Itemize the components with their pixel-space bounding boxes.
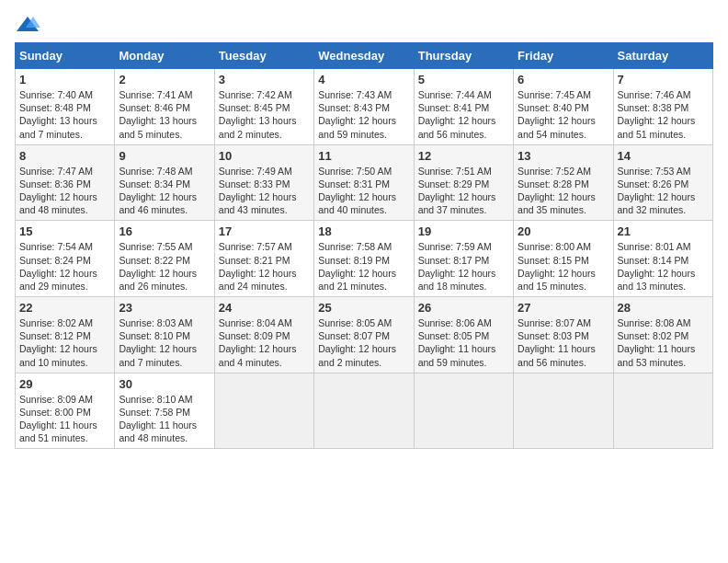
calendar-cell: 15 Sunrise: 7:54 AMSunset: 8:24 PMDaylig… <box>16 221 115 297</box>
cell-info: Sunrise: 7:44 AMSunset: 8:41 PMDaylight:… <box>418 89 496 140</box>
cell-info: Sunrise: 8:05 AMSunset: 8:07 PMDaylight:… <box>318 317 396 368</box>
cell-info: Sunrise: 8:09 AMSunset: 8:00 PMDaylight:… <box>19 394 97 444</box>
calendar-cell: 6 Sunrise: 7:45 AMSunset: 8:40 PMDayligh… <box>514 69 613 145</box>
calendar-week-5: 29 Sunrise: 8:09 AMSunset: 8:00 PMDaylig… <box>16 373 713 449</box>
day-number: 17 <box>219 224 310 238</box>
day-number: 5 <box>418 73 509 86</box>
calendar-cell: 16 Sunrise: 7:55 AMSunset: 8:22 PMDaylig… <box>115 221 214 297</box>
cell-info: Sunrise: 7:48 AMSunset: 8:34 PMDaylight:… <box>119 166 197 216</box>
cell-info: Sunrise: 7:49 AMSunset: 8:33 PMDaylight:… <box>219 166 297 216</box>
calendar-cell: 2 Sunrise: 7:41 AMSunset: 8:46 PMDayligh… <box>115 69 214 145</box>
cell-info: Sunrise: 7:57 AMSunset: 8:21 PMDaylight:… <box>219 241 297 292</box>
page-header <box>15 15 713 35</box>
day-number: 15 <box>19 224 110 238</box>
cell-info: Sunrise: 7:46 AMSunset: 8:38 PMDaylight:… <box>618 89 696 140</box>
calendar-cell: 27 Sunrise: 8:07 AMSunset: 8:03 PMDaylig… <box>514 297 613 373</box>
cell-info: Sunrise: 8:06 AMSunset: 8:05 PMDaylight:… <box>418 317 496 368</box>
calendar-cell: 24 Sunrise: 8:04 AMSunset: 8:09 PMDaylig… <box>214 297 313 373</box>
cell-info: Sunrise: 7:47 AMSunset: 8:36 PMDaylight:… <box>19 166 97 216</box>
calendar-cell: 30 Sunrise: 8:10 AMSunset: 7:58 PMDaylig… <box>115 373 214 449</box>
cell-info: Sunrise: 7:42 AMSunset: 8:45 PMDaylight:… <box>219 89 297 140</box>
calendar-cell: 22 Sunrise: 8:02 AMSunset: 8:12 PMDaylig… <box>16 297 115 373</box>
calendar-cell <box>514 373 613 449</box>
day-number: 27 <box>518 301 609 315</box>
calendar-cell <box>314 373 414 449</box>
cell-info: Sunrise: 7:52 AMSunset: 8:28 PMDaylight:… <box>518 166 596 216</box>
day-number: 3 <box>219 73 310 86</box>
cell-info: Sunrise: 8:01 AMSunset: 8:14 PMDaylight:… <box>618 241 696 292</box>
day-number: 14 <box>618 149 709 163</box>
calendar-cell: 17 Sunrise: 7:57 AMSunset: 8:21 PMDaylig… <box>214 221 313 297</box>
col-header-saturday: Saturday <box>613 43 712 69</box>
cell-info: Sunrise: 8:02 AMSunset: 8:12 PMDaylight:… <box>19 317 97 368</box>
col-header-thursday: Thursday <box>414 43 513 69</box>
cell-info: Sunrise: 8:10 AMSunset: 7:58 PMDaylight:… <box>119 394 197 444</box>
cell-info: Sunrise: 7:43 AMSunset: 8:43 PMDaylight:… <box>318 89 396 140</box>
calendar-cell: 3 Sunrise: 7:42 AMSunset: 8:45 PMDayligh… <box>214 69 313 145</box>
calendar-cell: 10 Sunrise: 7:49 AMSunset: 8:33 PMDaylig… <box>214 144 313 221</box>
logo-icon <box>15 15 40 35</box>
cell-info: Sunrise: 7:53 AMSunset: 8:26 PMDaylight:… <box>618 166 696 216</box>
calendar-cell: 26 Sunrise: 8:06 AMSunset: 8:05 PMDaylig… <box>414 297 513 373</box>
calendar-week-3: 15 Sunrise: 7:54 AMSunset: 8:24 PMDaylig… <box>16 221 713 297</box>
day-number: 9 <box>119 149 210 163</box>
cell-info: Sunrise: 7:58 AMSunset: 8:19 PMDaylight:… <box>318 241 396 292</box>
calendar-week-1: 1 Sunrise: 7:40 AMSunset: 8:48 PMDayligh… <box>16 69 713 145</box>
col-header-monday: Monday <box>115 43 214 69</box>
day-number: 21 <box>618 224 709 238</box>
day-number: 12 <box>418 149 509 163</box>
calendar-cell: 14 Sunrise: 7:53 AMSunset: 8:26 PMDaylig… <box>613 144 712 221</box>
calendar-cell: 8 Sunrise: 7:47 AMSunset: 8:36 PMDayligh… <box>16 144 115 221</box>
col-header-friday: Friday <box>514 43 613 69</box>
day-number: 4 <box>318 73 409 86</box>
day-number: 29 <box>19 377 110 391</box>
calendar-cell: 11 Sunrise: 7:50 AMSunset: 8:31 PMDaylig… <box>314 144 414 221</box>
calendar-cell <box>214 373 313 449</box>
day-number: 11 <box>318 149 409 163</box>
cell-info: Sunrise: 8:08 AMSunset: 8:02 PMDaylight:… <box>618 317 696 368</box>
day-number: 18 <box>318 224 409 238</box>
cell-info: Sunrise: 8:04 AMSunset: 8:09 PMDaylight:… <box>219 317 297 368</box>
col-header-sunday: Sunday <box>16 43 115 69</box>
cell-info: Sunrise: 8:00 AMSunset: 8:15 PMDaylight:… <box>518 241 596 292</box>
calendar-cell: 18 Sunrise: 7:58 AMSunset: 8:19 PMDaylig… <box>314 221 414 297</box>
day-number: 7 <box>618 73 709 86</box>
day-number: 10 <box>219 149 310 163</box>
calendar-cell: 13 Sunrise: 7:52 AMSunset: 8:28 PMDaylig… <box>514 144 613 221</box>
day-number: 1 <box>19 73 110 86</box>
day-number: 8 <box>19 149 110 163</box>
cell-info: Sunrise: 7:55 AMSunset: 8:22 PMDaylight:… <box>119 241 197 292</box>
calendar-cell: 1 Sunrise: 7:40 AMSunset: 8:48 PMDayligh… <box>16 69 115 145</box>
cell-info: Sunrise: 7:50 AMSunset: 8:31 PMDaylight:… <box>318 166 396 216</box>
day-number: 28 <box>618 301 709 315</box>
day-number: 30 <box>119 377 210 391</box>
calendar-cell: 7 Sunrise: 7:46 AMSunset: 8:38 PMDayligh… <box>613 69 712 145</box>
calendar-cell: 28 Sunrise: 8:08 AMSunset: 8:02 PMDaylig… <box>613 297 712 373</box>
day-number: 20 <box>518 224 609 238</box>
calendar-week-2: 8 Sunrise: 7:47 AMSunset: 8:36 PMDayligh… <box>16 144 713 221</box>
day-number: 6 <box>518 73 609 86</box>
calendar-cell: 20 Sunrise: 8:00 AMSunset: 8:15 PMDaylig… <box>514 221 613 297</box>
cell-info: Sunrise: 7:45 AMSunset: 8:40 PMDaylight:… <box>518 89 596 140</box>
cell-info: Sunrise: 7:40 AMSunset: 8:48 PMDaylight:… <box>19 89 97 140</box>
logo <box>15 15 44 35</box>
calendar-cell: 29 Sunrise: 8:09 AMSunset: 8:00 PMDaylig… <box>16 373 115 449</box>
calendar-cell: 23 Sunrise: 8:03 AMSunset: 8:10 PMDaylig… <box>115 297 214 373</box>
col-header-tuesday: Tuesday <box>214 43 313 69</box>
day-number: 23 <box>119 301 210 315</box>
cell-info: Sunrise: 7:54 AMSunset: 8:24 PMDaylight:… <box>19 241 97 292</box>
day-number: 24 <box>219 301 310 315</box>
calendar-table: SundayMondayTuesdayWednesdayThursdayFrid… <box>15 42 713 449</box>
cell-info: Sunrise: 7:51 AMSunset: 8:29 PMDaylight:… <box>418 166 496 216</box>
calendar-cell <box>414 373 513 449</box>
day-number: 2 <box>119 73 210 86</box>
calendar-cell: 25 Sunrise: 8:05 AMSunset: 8:07 PMDaylig… <box>314 297 414 373</box>
calendar-cell: 9 Sunrise: 7:48 AMSunset: 8:34 PMDayligh… <box>115 144 214 221</box>
day-number: 13 <box>518 149 609 163</box>
calendar-cell: 4 Sunrise: 7:43 AMSunset: 8:43 PMDayligh… <box>314 69 414 145</box>
day-number: 16 <box>119 224 210 238</box>
cell-info: Sunrise: 7:59 AMSunset: 8:17 PMDaylight:… <box>418 241 496 292</box>
day-number: 22 <box>19 301 110 315</box>
day-number: 19 <box>418 224 509 238</box>
day-number: 25 <box>318 301 409 315</box>
